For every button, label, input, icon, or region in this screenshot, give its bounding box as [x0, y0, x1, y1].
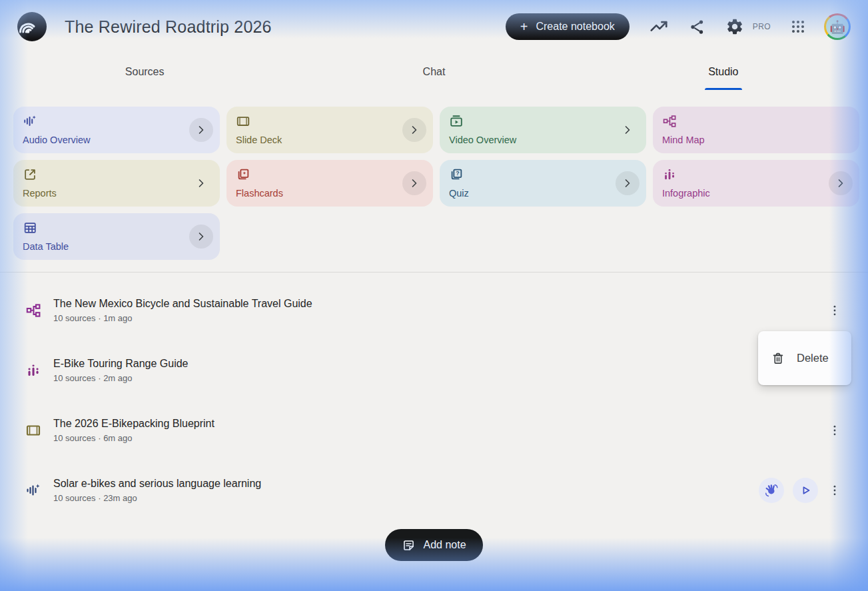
reports-icon	[23, 167, 37, 182]
apps-grid-icon[interactable]	[790, 19, 806, 35]
studio-card-video-overview[interactable]: Video Overview	[440, 107, 646, 153]
chevron-right-icon[interactable]	[402, 171, 426, 195]
studio-card-quiz[interactable]: ? Quiz	[440, 160, 646, 207]
studio-card-reports[interactable]: Reports	[13, 160, 220, 207]
interactive-mode-button[interactable]	[759, 478, 784, 503]
more-options-icon[interactable]	[827, 477, 843, 504]
avatar[interactable]: 🤖	[824, 13, 851, 40]
add-note-button[interactable]: Add note	[385, 529, 482, 561]
delete-menu-item[interactable]: Delete	[758, 331, 851, 385]
studio-card-infographic[interactable]: Infographic	[653, 160, 859, 207]
notebooklm-logo[interactable]	[17, 12, 47, 41]
chevron-right-icon[interactable]	[616, 118, 640, 142]
add-note-label: Add note	[423, 539, 466, 551]
header-actions: + Create notebook PRO	[506, 13, 851, 40]
quiz-icon: ?	[449, 167, 464, 182]
card-label: Audio Overview	[23, 135, 211, 145]
tab-studio[interactable]: Studio	[579, 53, 868, 90]
chevron-right-icon[interactable]	[402, 118, 426, 142]
artifact-title: The New Mexico Bicycle and Sustainable T…	[53, 298, 312, 310]
avatar-robot-image: 🤖	[826, 15, 849, 38]
card-label: Infographic	[662, 188, 850, 199]
artifact-meta: 10 sources · 6m ago	[53, 433, 215, 443]
artifact-meta: 10 sources · 1m ago	[53, 313, 312, 323]
pro-badge: PRO	[753, 22, 771, 31]
trash-icon	[771, 351, 785, 366]
studio-card-slide-deck[interactable]: Slide Deck	[226, 107, 433, 153]
plus-icon: +	[520, 20, 528, 33]
infographic-icon	[662, 167, 677, 182]
studio-card-mind-map[interactable]: Mind Map	[653, 107, 859, 153]
delete-label: Delete	[797, 352, 829, 364]
artifact-actions	[759, 477, 843, 504]
data-table-icon	[23, 221, 37, 235]
audio-overview-icon	[23, 114, 37, 129]
tab-sources-label: Sources	[125, 66, 165, 78]
tab-sources[interactable]: Sources	[0, 53, 289, 90]
play-button[interactable]	[793, 478, 818, 503]
tab-studio-label: Studio	[708, 66, 738, 78]
card-label: Flashcards	[236, 188, 424, 199]
chevron-right-icon[interactable]	[189, 118, 213, 142]
mind-map-icon	[25, 302, 41, 318]
card-label: Quiz	[449, 188, 637, 199]
audio-overview-icon	[25, 482, 41, 498]
artifact-row-infographic[interactable]: E-Bike Touring Range Guide 10 sources · …	[17, 340, 843, 400]
artifact-row-audio-overview[interactable]: Solar e-bikes and serious language learn…	[17, 460, 843, 520]
infographic-icon	[25, 362, 41, 378]
artifact-text: The New Mexico Bicycle and Sustainable T…	[53, 298, 312, 323]
chevron-right-icon[interactable]	[829, 171, 853, 195]
artifact-meta: 10 sources · 23m ago	[53, 493, 261, 503]
card-label: Reports	[23, 188, 211, 199]
header: The Rewired Roadtrip 2026 + Create noteb…	[0, 0, 868, 53]
more-options-icon[interactable]	[827, 297, 843, 324]
studio-card-flashcards[interactable]: Flashcards	[226, 160, 433, 207]
studio-card-data-table[interactable]: Data Table	[13, 213, 220, 260]
artifact-text: The 2026 E-Bikepacking Blueprint 10 sour…	[53, 418, 215, 443]
artifact-text: Solar e-bikes and serious language learn…	[53, 478, 261, 503]
studio-card-grid: Audio Overview Slide Deck Video Overview	[0, 90, 868, 260]
card-label: Video Overview	[449, 135, 637, 145]
share-icon[interactable]	[688, 18, 706, 36]
card-label: Mind Map	[662, 135, 850, 145]
tab-chat[interactable]: Chat	[289, 53, 578, 90]
slide-deck-icon	[25, 422, 41, 438]
tab-chat-label: Chat	[423, 66, 446, 78]
play-icon	[798, 483, 813, 498]
waving-hand-icon	[764, 483, 779, 498]
chevron-right-icon[interactable]	[616, 171, 640, 195]
card-label: Data Table	[23, 241, 211, 252]
page-title: The Rewired Roadtrip 2026	[65, 17, 272, 37]
settings-icon[interactable]	[725, 17, 744, 36]
video-overview-icon	[449, 114, 464, 129]
context-menu: Delete	[758, 331, 851, 385]
artifact-row-mind-map[interactable]: The New Mexico Bicycle and Sustainable T…	[17, 281, 843, 340]
svg-text:?: ?	[456, 170, 459, 177]
more-options-icon[interactable]	[827, 417, 843, 444]
analytics-icon[interactable]	[649, 17, 669, 37]
artifact-title: E-Bike Touring Range Guide	[53, 358, 189, 370]
artifact-text: E-Bike Touring Range Guide 10 sources · …	[53, 358, 189, 383]
slide-deck-icon	[236, 114, 250, 129]
mind-map-icon	[662, 114, 677, 129]
artifact-title: Solar e-bikes and serious language learn…	[53, 478, 261, 490]
chevron-right-icon[interactable]	[189, 171, 213, 195]
card-label: Slide Deck	[236, 135, 424, 145]
note-icon	[402, 538, 416, 552]
chevron-right-icon[interactable]	[189, 225, 213, 249]
flashcards-icon	[236, 167, 250, 182]
artifact-actions	[827, 417, 843, 444]
create-notebook-label: Create notebook	[536, 21, 614, 33]
artifact-actions	[827, 297, 843, 324]
add-note-container: Add note	[0, 529, 868, 561]
artifact-title: The 2026 E-Bikepacking Blueprint	[53, 418, 215, 430]
create-notebook-button[interactable]: + Create notebook	[506, 13, 630, 40]
artifact-row-slide-deck[interactable]: The 2026 E-Bikepacking Blueprint 10 sour…	[17, 400, 843, 460]
artifact-meta: 10 sources · 2m ago	[53, 373, 189, 383]
tab-bar: Sources Chat Studio	[0, 53, 868, 90]
studio-card-audio-overview[interactable]: Audio Overview	[13, 107, 220, 153]
artifact-list: The New Mexico Bicycle and Sustainable T…	[0, 273, 868, 520]
